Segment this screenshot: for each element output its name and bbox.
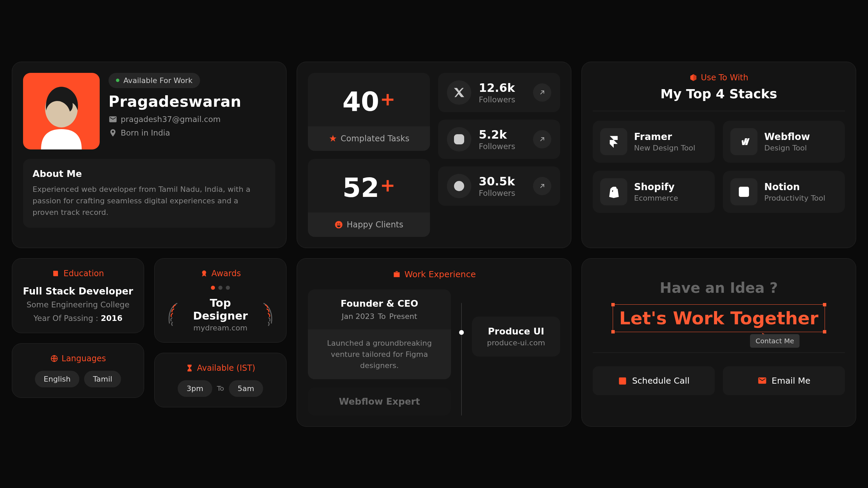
arrow-icon <box>533 130 551 148</box>
social-instagram[interactable]: 5.2kFollowers <box>438 120 560 159</box>
award-sub: mydream.com <box>185 324 256 332</box>
time-from: 3pm <box>178 380 212 397</box>
cta-ask: Have an Idea ? <box>593 280 845 296</box>
cta-card: Have an Idea ? Let's Work Together Conta… <box>581 258 856 427</box>
stats-card: 40+ Complated Tasks 52+ Happy Clients 12… <box>297 62 571 248</box>
cta-headline: Let's Work Together <box>613 304 825 332</box>
contact-tooltip: Contact Me <box>750 334 800 348</box>
work-item-next: Webflow Expert <box>308 387 451 415</box>
stacks-card: Use To With My Top 4 Stacks FramerNew De… <box>581 62 856 248</box>
work-item: Founder & CEO Jan 2023ToPresent Launched… <box>308 289 451 379</box>
email-row[interactable]: pragadesh37@gmail.com <box>108 115 241 124</box>
smile-icon <box>334 220 343 229</box>
instagram-icon <box>447 127 471 151</box>
social-twitter[interactable]: 12.6kFollowers <box>438 73 560 112</box>
social-dribbble[interactable]: 30.5kFollowers <box>438 166 560 206</box>
email-icon <box>108 115 117 124</box>
svg-point-4 <box>461 136 462 137</box>
time-to: 5am <box>229 380 263 397</box>
calendar-icon <box>618 376 627 385</box>
book-icon <box>52 269 60 278</box>
work-desc: Launched a groundbreaking venture tailor… <box>308 329 451 379</box>
education-title: Full Stack Developer <box>22 286 134 297</box>
about-body: Experienced web developer from Tamil Nad… <box>33 184 266 218</box>
star-icon <box>329 134 337 143</box>
notion-icon <box>730 178 757 205</box>
availability-badge: Available For Work <box>108 73 200 88</box>
email-me-button[interactable]: Email Me <box>723 366 845 395</box>
about-title: About Me <box>33 168 266 179</box>
framer-icon <box>600 128 627 155</box>
webflow-icon <box>730 128 757 155</box>
briefcase-icon <box>392 270 401 279</box>
cube-icon <box>689 74 697 82</box>
language-pill: Tamil <box>84 371 121 387</box>
language-pill: English <box>35 371 79 387</box>
location-row: Born in India <box>108 128 241 137</box>
location-icon <box>108 128 117 137</box>
education-school: Some Engineering College <box>22 300 134 309</box>
globe-icon <box>50 354 58 363</box>
awards-card: Awards Top Designermydream.com <box>154 258 287 343</box>
avatar <box>23 73 100 149</box>
work-card: Work Experience Founder & CEO Jan 2023To… <box>297 258 571 427</box>
available-card: Available (IST) 3pm To 5am <box>154 353 287 407</box>
schedule-call-button[interactable]: Schedule Call <box>593 366 715 395</box>
clients-stat: 52+ Happy Clients <box>308 159 430 237</box>
arrow-icon <box>533 83 551 102</box>
company-card: Produce UI produce-ui.com <box>472 317 560 357</box>
stack-framer[interactable]: FramerNew Design Tool <box>593 121 715 163</box>
arrow-icon <box>533 177 551 195</box>
profile-name: Pragadeswaran <box>108 93 241 110</box>
work-role: Founder & CEO <box>317 298 442 309</box>
laurel-icon <box>165 299 180 329</box>
hourglass-icon <box>185 364 194 372</box>
twitter-icon <box>447 80 471 105</box>
education-year: Year Of Passing : 2016 <box>22 314 134 323</box>
mail-icon <box>757 376 767 385</box>
award-title: Top Designer <box>185 297 256 322</box>
dribbble-icon <box>447 174 471 198</box>
stack-webflow[interactable]: WebflowDesign Tool <box>723 121 845 163</box>
about-box: About Me Experienced web developer from … <box>23 159 275 228</box>
tasks-stat: 40+ Complated Tasks <box>308 73 430 151</box>
languages-card: Languages English Tamil <box>12 343 144 398</box>
stack-notion[interactable]: NotionProductivity Tool <box>723 171 845 213</box>
profile-card: Available For Work Pragadeswaran pragade… <box>12 62 287 248</box>
shopify-icon <box>600 178 627 205</box>
svg-point-8 <box>202 270 206 274</box>
medal-icon <box>200 269 208 278</box>
education-card: Education Full Stack Developer Some Engi… <box>12 258 144 333</box>
timeline <box>461 303 462 415</box>
stacks-title: My Top 4 Stacks <box>593 86 845 101</box>
stack-shopify[interactable]: ShopifyEcommerce <box>593 171 715 213</box>
svg-point-3 <box>457 137 461 141</box>
laurel-icon <box>260 299 276 329</box>
